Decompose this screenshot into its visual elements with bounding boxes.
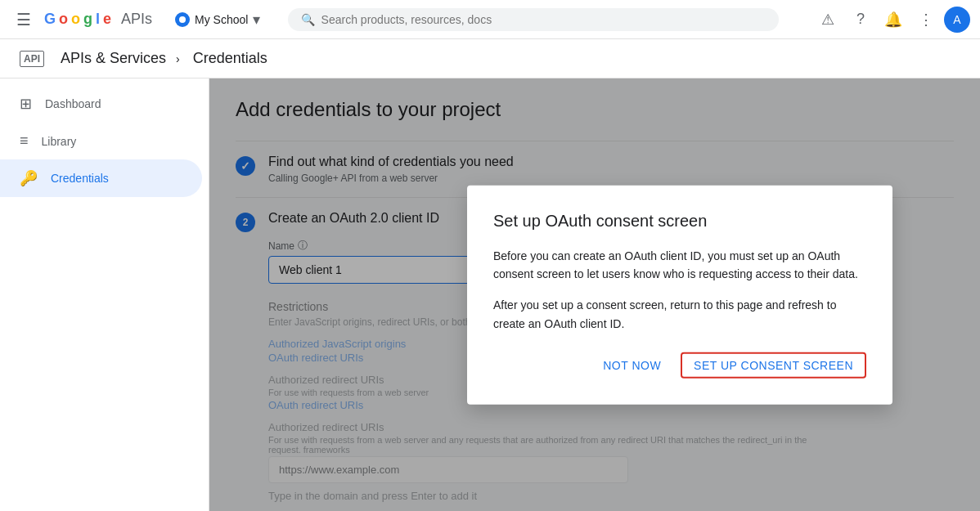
search-bar[interactable]: 🔍 [288,8,779,31]
google-logo: Google [44,11,111,28]
breadcrumb-separator: › [176,52,180,65]
apis-services-title: APIs & Services [61,50,166,67]
search-input[interactable] [321,13,766,26]
modal-title: Set up OAuth consent screen [493,211,866,230]
modal-actions: NOT NOW SET UP CONSENT SCREEN [493,352,866,379]
main-content: Add credentials to your project ✓ Find o… [209,78,980,511]
project-dot-icon [175,12,190,27]
sidebar: ⊞ Dashboard ≡ Library 🔑 Credentials [0,78,209,511]
nav-right-icons: ⚠ ? 🔔 ⋮ A [813,5,970,34]
apis-text: APIs [121,11,152,28]
sidebar-label-dashboard: Dashboard [45,97,101,110]
avatar[interactable]: A [944,7,970,33]
project-name: My School [195,13,248,26]
credentials-page-title: Credentials [193,50,267,67]
alert-icon[interactable]: ⚠ [813,5,843,34]
credentials-icon: 🔑 [20,169,38,187]
more-menu-icon[interactable]: ⋮ [911,5,941,34]
top-navigation: ☰ Google APIs My School ▾ 🔍 ⚠ ? 🔔 ⋮ A [0,0,980,39]
chevron-down-icon: ▾ [253,11,260,29]
api-badge: API [20,51,44,67]
help-icon[interactable]: ? [846,5,875,34]
setup-consent-button[interactable]: SET UP CONSENT SCREEN [681,352,866,379]
modal-body-1: Before you can create an OAuth client ID… [493,246,866,283]
sidebar-item-library[interactable]: ≡ Library [0,123,202,159]
search-bar-container: 🔍 [288,8,779,31]
sidebar-item-dashboard[interactable]: ⊞ Dashboard [0,85,202,123]
sidebar-label-credentials: Credentials [51,172,109,185]
not-now-button[interactable]: NOT NOW [590,352,674,379]
dashboard-icon: ⊞ [20,95,32,113]
oauth-consent-modal: Set up OAuth consent screen Before you c… [467,185,892,405]
search-icon: 🔍 [301,13,315,26]
main-layout: ⊞ Dashboard ≡ Library 🔑 Credentials Add … [0,78,980,511]
bell-icon[interactable]: 🔔 [879,5,908,34]
hamburger-icon[interactable]: ☰ [10,3,38,36]
library-icon: ≡ [20,132,29,150]
sidebar-item-credentials[interactable]: 🔑 Credentials [0,159,202,197]
modal-body-2: After you set up a consent screen, retur… [493,296,866,333]
project-selector[interactable]: My School ▾ [169,7,267,32]
secondary-navigation: API APIs & Services › Credentials [0,39,980,78]
sidebar-label-library: Library [42,135,77,148]
